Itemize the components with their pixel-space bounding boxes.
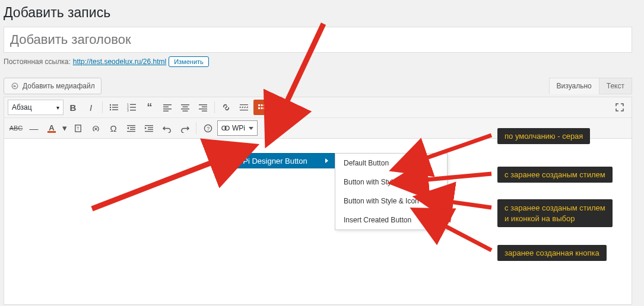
svg-rect-39 [127,131,135,132]
svg-rect-13 [163,104,172,105]
svg-rect-41 [148,127,153,128]
svg-rect-14 [163,107,169,107]
caret-down-icon [249,127,253,130]
toolbar-separator [214,101,215,113]
align-center-button[interactable] [177,100,193,115]
wpi-submenu: Default Button Button with Style Button … [335,153,448,230]
permalink-url[interactable]: http://test.seodelux.ru/26.html [73,58,166,66]
svg-rect-30 [264,104,265,106]
indent-button[interactable] [141,120,157,136]
svg-rect-29 [261,104,263,106]
help-button[interactable]: ? [199,120,216,136]
bold-button[interactable]: B [65,100,81,115]
media-icon [10,81,20,91]
svg-rect-16 [163,111,169,111]
undo-button[interactable] [158,120,175,136]
tab-visual[interactable]: Визуально [549,78,599,94]
wpi-dropdown-label: WPi Designer Button [236,157,307,165]
annotation-style-icon: с заранее созданым стилем и иконкой на в… [497,199,613,227]
redo-button[interactable] [176,120,193,136]
svg-rect-6 [112,109,118,110]
svg-rect-33 [264,107,265,109]
svg-rect-2 [112,104,118,105]
permalink-label: Постоянная ссылка: [4,58,71,66]
more-tag-button[interactable] [236,100,252,115]
strikethrough-button[interactable]: ABC [8,120,24,136]
link-button[interactable] [218,100,234,115]
svg-rect-38 [130,129,135,130]
wpi-dropdown-parent[interactable]: WPi Designer Button [229,153,335,168]
italic-button[interactable]: I [83,100,99,115]
svg-rect-36 [127,125,135,126]
svg-rect-20 [183,111,188,111]
submenu-insert-created-button[interactable]: Insert Created Button [335,211,447,230]
post-title-input[interactable] [4,27,632,52]
editor-tabs: Визуально Текст [550,78,632,94]
outdent-button[interactable] [123,120,139,136]
numbered-list-button[interactable]: 123 [123,100,140,115]
annotation-style: с заранее созданым стилем [497,167,613,183]
format-select[interactable]: Абзац▾ [8,100,64,115]
annotation-created: заранее созданная кнопка [497,245,607,261]
toolbar-toggle-button[interactable] [253,100,270,115]
wpi-label: WPi [232,124,245,132]
svg-rect-4 [112,107,118,107]
permalink-row: Постоянная ссылка: http://test.seodelux.… [4,56,632,67]
svg-rect-42 [148,129,153,130]
svg-text:3: 3 [127,109,129,112]
svg-point-5 [110,109,111,110]
fullscreen-button[interactable] [611,100,628,115]
post-title-wrap [4,27,632,53]
submenu-default-button[interactable]: Default Button [335,154,447,173]
svg-rect-40 [145,125,153,126]
svg-text:?: ? [207,125,210,131]
text-color-dropdown[interactable]: ▾ [61,120,68,136]
hr-button[interactable]: — [26,120,42,136]
svg-rect-18 [183,107,188,107]
submenu-button-with-style-icon[interactable]: Button with Style & Icon [335,192,447,211]
add-media-button[interactable]: Добавить медиафайл [4,78,101,94]
blockquote-button[interactable]: “ [141,100,158,115]
wpi-icon [221,124,230,132]
svg-rect-32 [261,107,263,109]
svg-rect-10 [130,107,136,107]
svg-rect-31 [258,107,260,109]
svg-rect-22 [202,107,207,107]
toolbar-separator [196,122,196,134]
svg-text:T: T [77,126,79,130]
svg-rect-21 [199,104,207,105]
svg-rect-28 [258,104,260,106]
annotation-default: по умолчанию - серая [497,128,590,144]
svg-point-3 [110,107,111,108]
special-char-button[interactable]: Ω [105,120,122,136]
svg-rect-17 [181,104,189,105]
align-left-button[interactable] [159,100,176,115]
page-title: Добавить запись [4,0,632,27]
paste-text-button[interactable]: T [69,120,86,136]
permalink-edit-button[interactable]: Изменить [169,56,209,67]
svg-rect-15 [163,109,172,109]
tab-text[interactable]: Текст [599,78,632,94]
bullet-list-button[interactable] [106,100,122,115]
svg-point-1 [110,104,111,106]
svg-rect-8 [130,104,136,105]
svg-rect-12 [130,110,136,110]
svg-rect-27 [240,110,248,110]
add-media-label: Добавить медиафайл [23,82,95,90]
svg-rect-26 [240,107,248,107]
align-right-button[interactable] [195,100,211,115]
svg-rect-25 [240,104,248,105]
clear-formatting-button[interactable] [87,120,104,136]
chevron-right-icon [325,158,328,163]
wpi-designer-button[interactable]: WPi [217,120,258,136]
svg-rect-24 [202,111,207,111]
svg-rect-23 [199,109,207,109]
svg-rect-43 [145,131,153,132]
toolbar-separator [102,101,103,113]
svg-rect-19 [181,109,189,109]
submenu-button-with-style[interactable]: Button with Style [335,173,447,192]
svg-rect-37 [130,127,135,128]
svg-point-47 [225,126,229,130]
text-color-button[interactable]: A [43,120,60,136]
